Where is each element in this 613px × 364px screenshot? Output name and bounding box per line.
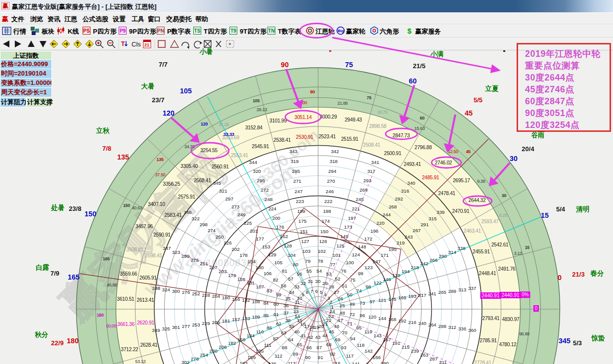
svg-text:2949.43: 2949.43 [345,117,362,122]
svg-text:171: 171 [381,252,389,258]
svg-text:56: 56 [297,271,302,277]
svg-text:341: 341 [371,160,379,165]
svg-text:2440.91: 2440.91 [482,293,500,298]
svg-text:150: 150 [123,203,130,208]
svg-text:53.13: 53.13 [135,359,146,364]
svg-text:2628.41: 2628.41 [140,342,158,348]
svg-text:215: 215 [401,344,410,350]
svg-text:180: 180 [67,337,79,345]
svg-text:3407.10: 3407.10 [148,202,165,207]
svg-text:342: 342 [331,149,339,154]
svg-text:60: 60 [420,116,425,121]
svg-text:314: 314 [448,249,457,255]
svg-text:3508.81: 3508.81 [126,247,143,252]
svg-text:250: 250 [216,234,224,240]
svg-text:15: 15 [541,211,549,219]
svg-text:145: 145 [388,296,396,302]
svg-text:116: 116 [333,361,341,364]
svg-text:2538.41: 2538.41 [273,137,291,143]
svg-text:154: 154 [248,259,256,264]
svg-text:174: 174 [322,218,330,224]
svg-text:3: 3 [327,295,330,301]
svg-text:224: 224 [268,206,277,211]
svg-text:219: 219 [396,240,404,245]
svg-text:100: 100 [346,260,354,265]
svg-text:178: 178 [240,252,248,258]
svg-text:295: 295 [292,168,301,174]
svg-text:268: 268 [389,204,397,209]
svg-text:52: 52 [335,276,340,282]
svg-text:125: 125 [337,243,345,248]
svg-text:110: 110 [256,329,264,334]
svg-text:85: 85 [263,313,269,318]
svg-text:166: 166 [373,355,381,360]
svg-text:322: 322 [192,216,200,221]
svg-text:156: 156 [232,296,240,302]
svg-text:106: 106 [263,271,272,276]
svg-text:274: 274 [208,228,216,233]
svg-text:196: 196 [370,228,379,234]
svg-text:21.88: 21.88 [338,101,348,106]
svg-text:276: 276 [182,289,190,295]
svg-text:243: 243 [405,234,413,240]
svg-text:2491.76: 2491.76 [498,266,516,272]
svg-text:87: 87 [273,336,278,341]
svg-text:135: 135 [157,157,164,162]
svg-text:134: 134 [247,333,255,338]
svg-text:244: 244 [383,212,391,217]
svg-text:20/4: 20/4 [522,145,534,153]
svg-text:2508.41: 2508.41 [363,142,380,148]
svg-text:7/9: 7/9 [50,270,59,277]
svg-text:39: 39 [289,324,295,329]
svg-text:2530.91: 2530.91 [296,134,313,140]
svg-text:2515.91: 2515.91 [341,136,358,142]
svg-text:141: 141 [352,361,360,364]
svg-text:57: 57 [288,276,294,282]
svg-text:99: 99 [358,271,363,276]
svg-text:9.38: 9.38 [477,179,485,184]
svg-text:182: 182 [228,340,236,346]
svg-text:53: 53 [326,271,332,277]
svg-text:271: 271 [293,178,301,184]
svg-text:249: 249 [238,212,246,217]
svg-text:252: 252 [192,291,200,296]
svg-text:360: 360 [468,327,477,333]
svg-text:169: 169 [398,295,406,300]
svg-text:226: 226 [223,240,232,245]
svg-text:3559.66: 3559.66 [120,271,137,277]
svg-text:265: 265 [438,289,447,295]
svg-text:275: 275 [191,257,199,263]
svg-text:74: 74 [356,288,362,293]
svg-text:180: 180 [222,295,230,300]
svg-text:86: 86 [266,325,272,330]
svg-text:225: 225 [244,220,252,226]
svg-text:263: 263 [420,352,429,358]
svg-text:2746.02: 2746.02 [435,160,452,165]
svg-text:60: 60 [273,301,279,307]
svg-text:50.00: 50.00 [106,324,116,328]
svg-text:30: 30 [502,193,507,198]
svg-text:348: 348 [152,285,161,291]
svg-text:68: 68 [326,342,332,347]
svg-text:202: 202 [232,246,240,252]
svg-text:157: 157 [232,317,240,322]
svg-text:45: 45 [466,149,471,154]
svg-text:343: 343 [289,149,298,154]
svg-text:159: 159 [248,355,256,360]
svg-text:2898.58: 2898.58 [369,123,387,129]
svg-text:2523.41: 2523.41 [318,134,336,139]
svg-text:小暑: 小暑 [199,48,213,55]
svg-text:337: 337 [468,285,476,291]
svg-text:170: 170 [392,273,400,278]
svg-text:2560.91: 2560.91 [212,164,229,169]
svg-text:323: 323 [172,249,180,255]
svg-text:4: 4 [324,292,327,297]
svg-text:2470.91: 2470.91 [452,208,470,214]
svg-text:18.75: 18.75 [377,110,388,115]
svg-text:61: 61 [273,312,279,317]
svg-text:194: 194 [401,269,410,274]
svg-text:217: 217 [418,292,426,298]
svg-text:173: 173 [344,224,352,230]
svg-text:201: 201 [250,228,258,234]
svg-text:81: 81 [282,268,287,274]
